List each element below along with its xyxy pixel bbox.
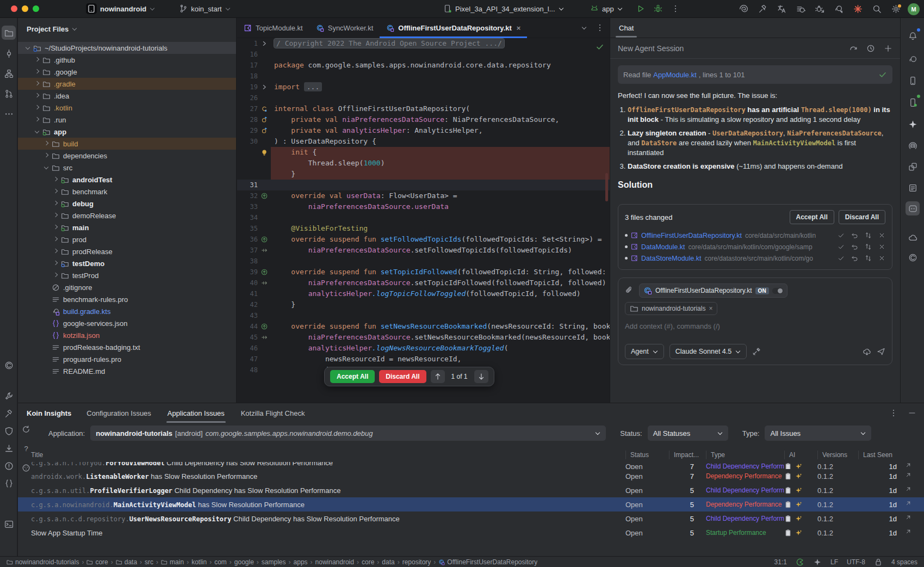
breadcrumb-data[interactable]: data — [382, 558, 394, 566]
open-external-icon[interactable] — [904, 462, 911, 469]
copy-report-icon[interactable] — [784, 529, 792, 537]
accept-file-icon[interactable] — [838, 255, 845, 262]
tree-chevron-icon[interactable] — [42, 141, 51, 146]
tree-item-app[interactable]: app — [18, 126, 236, 138]
code-line-42[interactable]: 42 } — [237, 299, 610, 310]
code-line-47[interactable]: 47 newsResourceId = newsResourceId, — [237, 354, 610, 365]
open-external-icon[interactable] — [904, 500, 911, 507]
breadcrumb-nowinandroid[interactable]: nowinandroid — [315, 558, 354, 566]
status-filter-select[interactable]: All Statuses — [648, 426, 728, 441]
tree-chevron-icon[interactable] — [23, 46, 32, 50]
dismiss-file-icon[interactable] — [878, 255, 885, 262]
tree-item-studioprojectsnowinandroid-tutorials[interactable]: ~/StudioProjects/nowinandroid-tutorials — [18, 42, 236, 54]
activity-wrench-button[interactable] — [2, 389, 16, 403]
new-session-icon[interactable] — [884, 44, 892, 53]
issue-row-foryouviewmodel[interactable]: c.g.s.a.n.f.foryou.ForYouViewModel Child… — [18, 462, 924, 469]
revert-file-icon[interactable] — [851, 255, 858, 262]
tree-chevron-icon[interactable] — [33, 70, 41, 74]
discard-all-files-button[interactable]: Discard All — [839, 210, 885, 224]
panel-options-icon[interactable] — [889, 409, 898, 417]
breadcrumb-offlinefirstuserdatarepository[interactable]: OfflineFirstUserDataRepository — [438, 558, 537, 566]
search-button[interactable] — [870, 3, 884, 16]
tree-item-dependencies[interactable]: dependencies — [18, 150, 236, 162]
editor-tab-syncworkerkt[interactable]: SyncWorker.kt — [309, 18, 380, 38]
code-line-30[interactable]: 30) : UserDataRepository { — [237, 136, 610, 147]
issue-row-profileverifierlogger[interactable]: c.g.s.a.n.util.ProfileVerifierLogger Chi… — [18, 483, 924, 497]
changed-file-row[interactable]: DataStoreModule.ktcore/datastore/src/mai… — [625, 252, 885, 264]
tree-item-src[interactable]: src — [18, 162, 236, 174]
breadcrumb-src[interactable]: src — [145, 558, 153, 566]
tree-item-demorelease[interactable]: demoRelease — [18, 209, 236, 221]
code-line-17[interactable]: 17package com.google.samples.apps.nowina… — [237, 60, 610, 71]
changed-file-row[interactable]: DataModule.ktcore/data/src/main/kotlin/c… — [625, 241, 885, 252]
gutter-inject-icon[interactable] — [259, 115, 269, 124]
strip-running-devices-button[interactable] — [906, 95, 920, 109]
bottom-tab-configuration-issues[interactable]: Configuration Issues — [85, 404, 152, 422]
tree-item-main[interactable]: main — [18, 221, 236, 233]
build-button[interactable] — [755, 3, 770, 16]
issue-row[interactable]: Slow App Startup TimeOpen5Startup Perfor… — [18, 526, 924, 540]
agent-mode-select[interactable]: Agent — [625, 344, 664, 359]
tree-chevron-icon[interactable] — [51, 261, 60, 266]
redo-icon[interactable] — [849, 44, 858, 53]
strip-kotzilla-panel-button[interactable] — [906, 201, 920, 215]
editor-tab-offlinefirstuserdatarepositorykt[interactable]: OfflineFirstUserDataRepository.kt× — [380, 18, 527, 38]
kotzilla-button[interactable] — [851, 3, 865, 16]
breadcrumb-core[interactable]: core — [362, 558, 374, 566]
code-line-39[interactable]: 39 override suspend fun setTopicIdFollow… — [237, 267, 610, 278]
user-avatar[interactable]: M — [908, 3, 920, 15]
ai-fix-icon[interactable] — [795, 501, 802, 508]
chat-input-box[interactable]: OfflineFirstUserDataRepository.kt ON now… — [618, 278, 892, 365]
attachment-toggle[interactable] — [772, 288, 783, 294]
accept-all-button[interactable]: Accept All — [330, 370, 375, 383]
code-line-26[interactable]: 26 — [237, 93, 610, 103]
tree-item-prodrelease-badging.txt[interactable]: prodRelease-badging.txt — [18, 341, 236, 353]
kotzilla-status-icon[interactable] — [796, 558, 804, 566]
translate-button[interactable] — [774, 3, 789, 16]
code-area[interactable]: 1/ Copyright 2022 The Android Open Sourc… — [237, 38, 610, 403]
activity-pull-requests-button[interactable] — [2, 87, 16, 101]
model-select[interactable]: Claude Sonnet 4.5 — [669, 344, 747, 359]
window-minimize-button[interactable] — [22, 5, 28, 12]
tree-chevron-icon[interactable] — [33, 106, 41, 110]
accept-file-icon[interactable] — [838, 232, 845, 239]
gutter-susp-icon[interactable] — [259, 333, 269, 342]
tree-chevron-icon[interactable] — [51, 189, 60, 194]
discard-all-button[interactable]: Discard All — [379, 370, 426, 383]
tree-chevron-icon[interactable] — [51, 177, 60, 182]
column-header-status[interactable]: Status — [625, 451, 669, 459]
tree-chevron-icon[interactable] — [51, 237, 60, 242]
more-actions-icon[interactable] — [668, 2, 683, 15]
tree-chevron-icon[interactable] — [51, 249, 60, 254]
code-line-41[interactable]: 41 analyticsHelper.logTopicFollowToggled… — [237, 288, 610, 299]
column-header-ai[interactable]: AI — [784, 451, 817, 459]
run-button[interactable] — [634, 2, 648, 15]
tree-item-testdemo[interactable]: testDemo — [18, 257, 236, 269]
activity-build-tool-button[interactable] — [2, 406, 16, 421]
window-zoom-button[interactable] — [33, 5, 39, 12]
changed-file-name[interactable]: DataStoreModule.kt — [641, 255, 701, 262]
tree-item-.github[interactable]: .github — [18, 54, 236, 66]
history-icon[interactable] — [866, 44, 875, 53]
tree-item-proguard-rules.pro[interactable]: proguard-rules.pro — [18, 353, 236, 365]
copy-report-icon[interactable] — [784, 486, 792, 494]
breadcrumb-main[interactable]: main — [161, 558, 184, 566]
code-line-44[interactable]: 44 override suspend fun setNewsResourceB… — [237, 321, 610, 332]
breadcrumb-core[interactable]: core — [86, 558, 108, 566]
issue-row-mainactivityviewmodel[interactable]: c.g.s.a.nowinandroid.MainActivityViewMod… — [18, 497, 924, 511]
breadcrumb-kotlin[interactable]: kotlin — [191, 558, 207, 566]
gutter-bulb-icon[interactable] — [259, 148, 269, 157]
code-line-45[interactable]: 45 niaPreferencesDataSource.setNewsResou… — [237, 332, 610, 343]
strip-device-manager-button[interactable] — [906, 73, 920, 88]
application-select[interactable]: nowinandroid-tutorials [android] com.goo… — [90, 426, 606, 441]
breadcrumb-com[interactable]: com — [214, 558, 227, 566]
tree-item-readme.md[interactable]: README.md — [18, 365, 236, 377]
open-external-icon[interactable] — [904, 514, 911, 521]
task-sync-button[interactable] — [793, 3, 808, 16]
tree-item-prod[interactable]: prod — [18, 233, 236, 245]
gutter-fold-icon[interactable] — [259, 83, 269, 91]
issue-row-usernewsresourcerepository[interactable]: c.g.s.a.n.c.d.repository.UserNewsResourc… — [18, 511, 924, 526]
breadcrumb-apps[interactable]: apps — [294, 558, 308, 566]
ai-fix-icon[interactable] — [795, 486, 802, 494]
context-chip[interactable]: nowinandroid-tutorials × — [625, 302, 717, 315]
